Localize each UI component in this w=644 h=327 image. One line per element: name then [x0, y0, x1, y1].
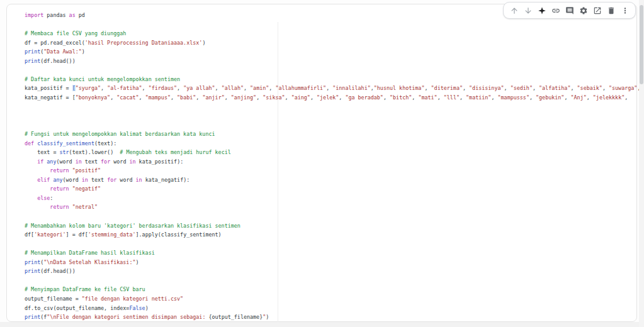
code-token: "husnul khotima": [374, 85, 425, 91]
more-actions-button[interactable]: [620, 6, 630, 15]
code-line[interactable]: df['kategori'] = df['stemming_data'].app…: [25, 230, 644, 240]
code-line[interactable]: print(f"\nFile dengan kategori sentimen …: [25, 313, 644, 322]
code-line[interactable]: df.to_csv(output_filename, index=False): [25, 304, 644, 313]
code-line[interactable]: return "positif": [25, 166, 644, 175]
code-line[interactable]: kata_positif = ["syurga", "al-fatiha", "…: [25, 84, 644, 93]
code-line[interactable]: if any(word in text for word in kata_pos…: [25, 157, 644, 167]
code-token: "ya allah": [183, 85, 215, 91]
code-token: ].apply(classify_sentiment): [136, 231, 222, 238]
code-token: print: [25, 259, 40, 265]
code-line[interactable]: return "netral": [25, 202, 644, 212]
code-token: {output_filename}: [208, 314, 263, 320]
code-token: "cacat": [116, 94, 138, 101]
code-token: return: [50, 204, 69, 210]
gear-icon: [579, 6, 588, 15]
gemini-button[interactable]: [537, 6, 546, 15]
code-token: str: [59, 149, 69, 155]
code-token: if: [37, 158, 43, 165]
code-line[interactable]: # Menampilkan DataFrame hasil klasifikas…: [25, 248, 644, 258]
code-token: # Menambahkan kolom baru 'kategori' berd…: [25, 223, 240, 229]
copy-link-button[interactable]: [551, 6, 560, 15]
code-line[interactable]: return "negatif": [25, 184, 644, 194]
code-token: ,: [285, 94, 291, 101]
code-token: "disisinya": [469, 85, 504, 91]
code-line[interactable]: print("\nData Setelah Klasifikasi:"): [25, 258, 644, 267]
code-token: (text):: [94, 140, 116, 147]
code-token: ,: [570, 85, 577, 91]
code-line[interactable]: else:: [25, 194, 644, 203]
code-editor[interactable]: import pandas as pd# Membaca file CSV ya…: [25, 11, 644, 324]
code-token: ,: [256, 94, 263, 101]
code-token: # Menyimpan DataFrame ke file CSV baru: [25, 286, 145, 292]
code-line[interactable]: print(df.head()): [25, 57, 644, 66]
code-line[interactable]: [25, 121, 644, 130]
code-line[interactable]: kata_negatif = ["bonyoknya", "cacat", "m…: [25, 93, 644, 103]
code-token: ,: [177, 85, 183, 91]
code-line[interactable]: # Daftar kata kunci untuk mengelompokkan…: [25, 75, 644, 84]
mirror-cell-button[interactable]: [592, 6, 602, 15]
code-token: "positif": [72, 167, 101, 174]
code-token: df[: [25, 231, 34, 238]
code-token: ,: [225, 94, 231, 101]
code-token: [25, 204, 50, 210]
code-line[interactable]: [25, 65, 644, 75]
code-token: "lll": [444, 94, 460, 101]
code-token: kata_positif):: [136, 158, 184, 165]
code-token: # Membaca file CSV yang diunggah: [25, 30, 126, 36]
code-line[interactable]: text = str(text).lower() # Mengubah teks…: [25, 148, 644, 157]
code-line[interactable]: output_filename = "file dengan kategori …: [25, 294, 644, 304]
move-cell-up-button[interactable]: [509, 6, 519, 15]
code-token: ,: [339, 94, 345, 101]
code-token: in: [82, 177, 88, 183]
code-line[interactable]: print("Data Awal:"): [25, 47, 644, 57]
code-line[interactable]: # Fungsi untuk mengelompokkan kalimat be…: [25, 130, 644, 139]
delete-cell-button[interactable]: [606, 6, 616, 15]
code-line[interactable]: [25, 20, 644, 30]
code-line[interactable]: def classify_sentiment(text):: [25, 139, 644, 148]
code-line[interactable]: [25, 212, 644, 221]
code-token: "Data Awal:": [43, 48, 82, 55]
more-vert-icon: [621, 6, 630, 15]
code-line[interactable]: [25, 102, 644, 111]
code-token: [25, 177, 37, 183]
code-token: "negatif": [72, 186, 101, 192]
open-in-tab-icon: [593, 6, 602, 15]
code-line[interactable]: print(df.head()): [25, 267, 644, 276]
code-token: "suwarga": [609, 85, 637, 91]
code-token: def: [25, 140, 34, 147]
code-token: (word: [56, 158, 75, 165]
code-line[interactable]: # Menyimpan DataFrame ke file CSV baru: [25, 285, 644, 294]
code-token: ,: [624, 94, 628, 101]
code-line[interactable]: # Membaca file CSV yang diunggah: [25, 29, 644, 38]
horizontal-scrollbar[interactable]: [0, 322, 644, 327]
code-token: "bitch": [390, 94, 412, 101]
vertical-scrollbar[interactable]: [639, 0, 644, 327]
code-token: [25, 158, 37, 165]
comment-button[interactable]: [565, 6, 574, 15]
code-token: (df.head()): [40, 58, 75, 64]
code-token: return: [50, 167, 69, 174]
vertical-scrollbar-thumb[interactable]: [640, 5, 643, 84]
code-token: ,: [460, 94, 466, 101]
code-line[interactable]: df = pd.read_excel('hasil Preprocessing …: [25, 38, 644, 48]
code-token: in: [76, 158, 82, 165]
code-token: print: [25, 48, 40, 55]
trash-icon: [607, 6, 616, 15]
code-token: print: [25, 314, 40, 320]
code-line[interactable]: elif any(word in text for word in kata_n…: [25, 175, 644, 185]
code-token: "gebukin": [536, 94, 564, 101]
code-token: [25, 167, 50, 174]
code-token: [25, 195, 37, 201]
move-cell-down-button[interactable]: [523, 6, 533, 15]
code-token: "amin": [250, 85, 269, 91]
code-line[interactable]: # Menambahkan kolom baru 'kategori' berd…: [25, 221, 644, 231]
code-token: ,: [602, 85, 609, 91]
code-line[interactable]: [25, 276, 644, 285]
code-token: (f: [40, 314, 47, 320]
editor-settings-button[interactable]: [579, 6, 588, 15]
code-token: else: [37, 195, 50, 201]
code-line[interactable]: [25, 111, 644, 121]
code-token: "babi": [177, 94, 196, 101]
code-token: df.to_csv(output_filename, index=: [25, 305, 129, 311]
code-line[interactable]: [25, 240, 644, 249]
